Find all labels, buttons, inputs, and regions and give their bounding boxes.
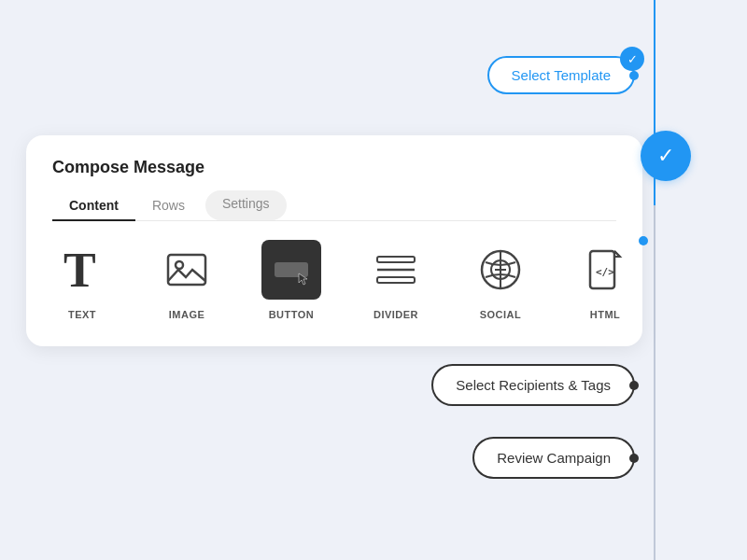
- tab-content[interactable]: Content: [52, 190, 135, 220]
- content-blocks: T TEXT IMAGE: [52, 240, 616, 320]
- button-icon: [269, 247, 314, 292]
- recipients-dot: [629, 381, 639, 390]
- button-icon-container: [261, 240, 321, 300]
- review-campaign-step[interactable]: Review Campaign: [472, 437, 635, 479]
- image-label: IMAGE: [169, 309, 205, 320]
- select-template-step[interactable]: Select Template ✓: [487, 56, 635, 94]
- svg-rect-7: [377, 277, 415, 283]
- button-label: BUTTON: [269, 309, 315, 320]
- select-recipients-step[interactable]: Select Recipients & Tags: [431, 364, 635, 406]
- review-campaign-label: Review Campaign: [497, 450, 611, 466]
- svg-rect-3: [275, 262, 308, 277]
- divider-label: DIVIDER: [374, 309, 418, 320]
- block-button[interactable]: BUTTON: [261, 240, 321, 320]
- compose-message-title: Compose Message: [52, 158, 616, 177]
- block-text[interactable]: T TEXT: [52, 240, 112, 320]
- divider-icon: [374, 247, 418, 292]
- html-icon-container: </>: [575, 240, 635, 300]
- image-icon: [164, 247, 209, 292]
- step-circle-compose: ✓: [641, 131, 691, 181]
- block-social[interactable]: SOCIAL: [471, 240, 530, 320]
- select-template-dot: [629, 71, 639, 80]
- social-icon: [478, 247, 523, 292]
- block-html[interactable]: </> HTML: [575, 240, 635, 320]
- svg-point-2: [176, 261, 183, 269]
- checkmark-icon: ✓: [657, 144, 674, 168]
- tab-settings[interactable]: Settings: [205, 190, 287, 220]
- svg-text:T: T: [63, 247, 96, 292]
- svg-text:</>: </>: [596, 266, 614, 278]
- block-divider[interactable]: DIVIDER: [366, 240, 426, 320]
- review-dot: [629, 454, 639, 463]
- divider-icon-container: [366, 240, 426, 300]
- html-label: HTML: [590, 309, 621, 320]
- social-label: SOCIAL: [480, 309, 522, 320]
- compose-card-dot: [639, 236, 648, 245]
- social-icon-container: [471, 240, 530, 300]
- text-icon: T: [63, 247, 101, 292]
- tab-rows[interactable]: Rows: [135, 190, 202, 220]
- compose-message-card: Compose Message Content Rows Settings T …: [26, 135, 642, 346]
- text-icon-container: T: [52, 240, 112, 300]
- block-image[interactable]: IMAGE: [157, 240, 217, 320]
- image-icon-container: [157, 240, 217, 300]
- select-recipients-label: Select Recipients & Tags: [456, 377, 611, 393]
- html-icon: </>: [583, 247, 627, 292]
- compose-tabs: Content Rows Settings: [52, 190, 616, 221]
- text-label: TEXT: [68, 309, 96, 320]
- select-template-check: ✓: [620, 47, 644, 71]
- svg-rect-1: [168, 255, 205, 285]
- select-template-label: Select Template: [512, 67, 611, 83]
- svg-rect-5: [377, 257, 415, 262]
